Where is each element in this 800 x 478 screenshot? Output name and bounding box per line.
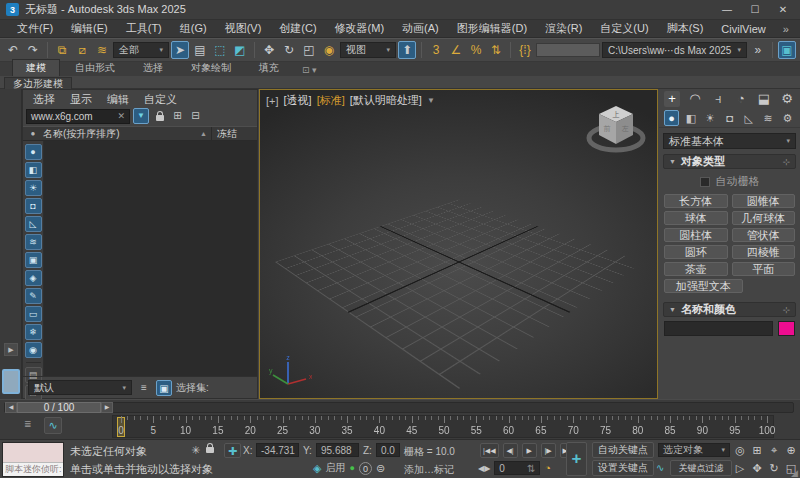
- create-tube-button[interactable]: 管状体: [732, 228, 796, 242]
- create-pyramid-button[interactable]: 四棱锥: [732, 245, 796, 259]
- bind-to-space-warp-button[interactable]: ≋: [93, 41, 111, 59]
- column-name-header[interactable]: 名称(按升序排序) ▲: [43, 127, 211, 141]
- angle-snap-toggle[interactable]: ∠: [447, 41, 465, 59]
- category-helpers[interactable]: ◺: [741, 110, 756, 126]
- notification-center-icon[interactable]: ⊜: [376, 462, 385, 475]
- geometry-category-dropdown[interactable]: 标准基本体 ▾: [663, 133, 796, 149]
- display-geometry-icon[interactable]: ●: [25, 144, 42, 160]
- maxscript-mini-listener[interactable]: 脚本迷你侦听:: [2, 442, 64, 477]
- snap-toggle-3d-button[interactable]: 3: [427, 41, 445, 59]
- select-and-link-button[interactable]: ⧉: [53, 41, 71, 59]
- menu-modifiers[interactable]: 修改器(M): [326, 21, 394, 36]
- key-mode-toggle[interactable]: ◀▶: [478, 464, 490, 473]
- menu-animation[interactable]: 动画(A): [393, 21, 448, 36]
- scene-explorer-icon[interactable]: ▣: [156, 380, 172, 396]
- category-shapes[interactable]: ◧: [683, 110, 698, 126]
- menu-file[interactable]: 文件(F): [8, 21, 62, 36]
- pan-button[interactable]: ✥: [749, 460, 765, 477]
- display-bones-icon[interactable]: ✎: [25, 288, 42, 304]
- menu-edit[interactable]: 编辑(E): [62, 21, 117, 36]
- auto-key-toggle[interactable]: 自动关键点: [592, 442, 654, 458]
- previous-frame-arrow[interactable]: ◀: [5, 402, 17, 413]
- set-keys-button[interactable]: +: [566, 442, 587, 476]
- select-object-button[interactable]: ➤: [171, 41, 189, 59]
- track-bar-ruler[interactable]: 0510152025303540455055606570758085909510…: [112, 415, 774, 438]
- create-geosphere-button[interactable]: 几何球体: [732, 211, 796, 225]
- use-pivot-point-center-button[interactable]: ⬆: [398, 41, 416, 59]
- collapse-children-icon[interactable]: ⊟: [188, 110, 203, 123]
- select-and-move-button[interactable]: ✥: [260, 41, 278, 59]
- minimize-button[interactable]: —: [716, 2, 738, 17]
- header-type-icon[interactable]: ●: [23, 129, 43, 138]
- project-folder-dropdown[interactable]: C:\Users\ww⋯ds Max 2025▾: [602, 42, 747, 58]
- display-space-warps-icon[interactable]: ≋: [25, 234, 42, 250]
- tab-display[interactable]: ⬓: [756, 91, 772, 107]
- previous-frame-button[interactable]: ◀|: [503, 443, 518, 458]
- object-name-field[interactable]: [664, 321, 773, 336]
- display-helpers-icon[interactable]: ◺: [25, 216, 42, 232]
- coord-y-field[interactable]: 95.688: [316, 443, 359, 457]
- zoom-button[interactable]: ◎: [732, 442, 748, 459]
- create-text-plus-button[interactable]: 加强型文本: [664, 279, 743, 293]
- redo-button[interactable]: ↷: [24, 41, 42, 59]
- zoom-extents-all-button[interactable]: ⊕: [783, 442, 799, 459]
- menu-create[interactable]: 创建(C): [270, 21, 325, 36]
- menu-graph-editors[interactable]: 图形编辑器(D): [448, 21, 536, 36]
- layout-tab-current[interactable]: [2, 369, 20, 394]
- pin-icon[interactable]: ⊹: [782, 157, 790, 167]
- selection-filter-dropdown[interactable]: 全部▾: [113, 42, 169, 58]
- display-cameras-icon[interactable]: ◘: [25, 198, 42, 214]
- column-frozen-header[interactable]: 冻结: [211, 127, 257, 141]
- category-lights[interactable]: ☀: [703, 110, 718, 126]
- menu-customize[interactable]: 自定义(U): [591, 21, 657, 36]
- ribbon-tab-object-paint[interactable]: 对象绘制: [178, 60, 244, 76]
- rectangular-selection-region-button[interactable]: ⬚: [211, 41, 229, 59]
- menu-civilview[interactable]: CivilView: [712, 23, 774, 35]
- add-time-tag[interactable]: 添加…标记: [404, 463, 454, 477]
- time-configuration-button[interactable]: ◔: [544, 462, 551, 474]
- undo-button[interactable]: ↶: [4, 41, 22, 59]
- create-sphere-button[interactable]: 球体: [664, 211, 728, 225]
- zoom-all-button[interactable]: ⊞: [749, 442, 765, 459]
- ribbon-tab-modeling[interactable]: 建模: [12, 59, 60, 76]
- create-box-button[interactable]: 长方体: [664, 194, 728, 208]
- category-cameras[interactable]: ◘: [722, 110, 737, 126]
- tab-polygon-modeling[interactable]: 多边形建模: [4, 77, 72, 89]
- ribbon-config-icon[interactable]: ⊡ ▾: [302, 65, 317, 76]
- tab-modify[interactable]: ◠: [687, 91, 703, 107]
- scene-security-icon[interactable]: ◈: [313, 462, 321, 475]
- rollout-name-color[interactable]: ▼ 名称和颜色 ⊹: [663, 302, 796, 317]
- spinner-icon[interactable]: ⇅: [527, 463, 535, 474]
- render-setup-button[interactable]: ▣: [778, 41, 796, 59]
- listener-line[interactable]: 脚本迷你侦听:: [3, 463, 63, 477]
- current-frame-field[interactable]: 0 ⇅: [494, 461, 540, 475]
- next-frame-arrow[interactable]: ▶: [101, 402, 113, 413]
- reference-coordinate-system-dropdown[interactable]: 视图▾: [340, 42, 396, 58]
- resize-grip[interactable]: ◢: [791, 468, 798, 478]
- create-plane-button[interactable]: 平面: [732, 262, 796, 276]
- window-crossing-toggle[interactable]: ◩: [231, 41, 249, 59]
- display-hidden-icon[interactable]: ◉: [25, 342, 42, 358]
- close-button[interactable]: ✕: [772, 2, 794, 17]
- percent-snap-toggle[interactable]: %: [467, 41, 485, 59]
- viewcube[interactable]: 上 前 左: [583, 98, 649, 160]
- mini-curve-editor-button[interactable]: ∿: [44, 417, 62, 434]
- category-space-warps[interactable]: ≋: [760, 110, 775, 126]
- spinner-snap-toggle[interactable]: ⇅: [487, 41, 505, 59]
- toolbar-overflow-button[interactable]: »: [749, 41, 767, 59]
- menu-scripting[interactable]: 脚本(S): [658, 21, 713, 36]
- tab-utilities[interactable]: ⚙: [779, 91, 795, 107]
- ribbon-tab-selection[interactable]: 选择: [130, 60, 176, 76]
- ribbon-tab-populate[interactable]: 填充: [246, 60, 292, 76]
- explorer-menu-select[interactable]: 选择: [33, 92, 55, 106]
- set-key-toggle[interactable]: 设置关键点: [592, 460, 654, 476]
- create-torus-button[interactable]: 圆环: [664, 245, 728, 259]
- category-systems[interactable]: ⚙: [780, 110, 795, 126]
- display-lights-icon[interactable]: ☀: [25, 180, 42, 196]
- go-to-start-button[interactable]: |◀◀: [480, 443, 499, 458]
- pin-icon[interactable]: ⊹: [782, 305, 790, 315]
- preset-dropdown[interactable]: 默认 ▾: [28, 380, 132, 395]
- select-and-scale-button[interactable]: ◰: [300, 41, 318, 59]
- display-xrefs-icon[interactable]: ◈: [25, 270, 42, 286]
- tab-motion[interactable]: ◔: [733, 91, 749, 107]
